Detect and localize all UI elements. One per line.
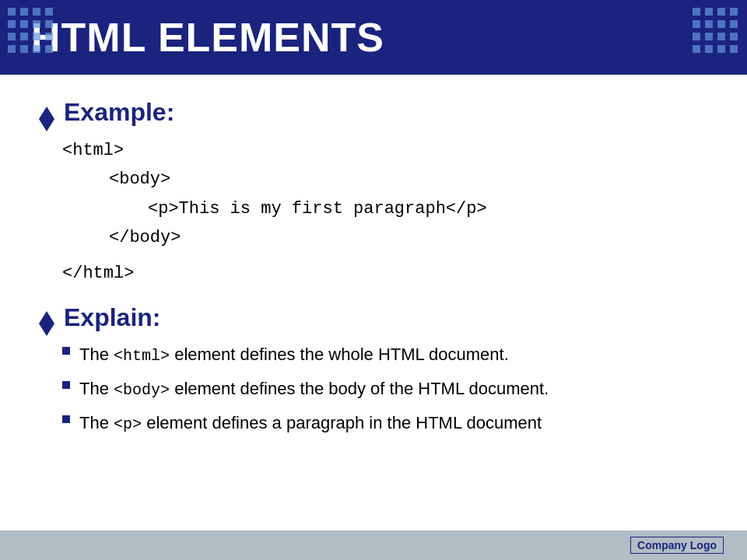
company-logo: Company Logo [630, 537, 724, 554]
square-bullet-3 [62, 415, 70, 423]
code-line-5: </html> [62, 259, 708, 288]
code-block: <html> <body> <p>This is my first paragr… [62, 136, 708, 288]
explain-item-2: The <body> element defines the body of t… [62, 376, 708, 402]
explain-item-1: The <html> element defines the whole HTM… [62, 341, 708, 368]
explain-text-1: The <html> element defines the whole HTM… [79, 341, 509, 368]
decorative-dots-right [693, 8, 739, 54]
slide: HTML ELEMENTS Example: <html> <body> <p>… [0, 0, 747, 560]
example-section-heading: Example: [39, 98, 708, 127]
explain-item-3: The <p> element defines a paragraph in t… [62, 410, 708, 436]
square-bullet-1 [62, 347, 70, 355]
header: HTML ELEMENTS [0, 0, 747, 75]
diamond-bullet-explain [39, 311, 54, 324]
explain-title: Explain: [64, 303, 160, 332]
explain-text-3: The <p> element defines a paragraph in t… [79, 410, 542, 436]
code-line-4: </body> [109, 223, 708, 252]
decorative-dots-left [8, 8, 54, 54]
diamond-bullet-example [39, 107, 54, 119]
explain-section-heading: Explain: [39, 303, 708, 332]
code-line-1: <html> [62, 136, 708, 165]
code-line-3: <p>This is my first paragraph</p> [148, 194, 708, 223]
explain-text-2: The <body> element defines the body of t… [79, 376, 549, 402]
footer: Company Logo [0, 530, 747, 560]
example-title: Example: [64, 98, 174, 127]
code-line-2: <body> [109, 165, 708, 194]
main-content: Example: <html> <body> <p>This is my fir… [0, 75, 747, 530]
square-bullet-2 [62, 381, 70, 389]
page-title: HTML ELEMENTS [31, 14, 384, 61]
explain-list: The <html> element defines the whole HTM… [62, 341, 708, 436]
